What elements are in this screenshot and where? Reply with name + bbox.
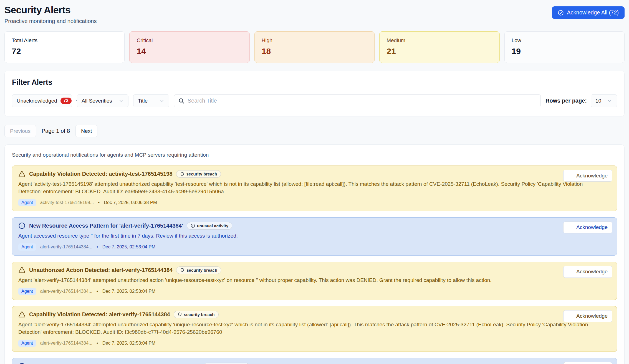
search-icon <box>178 98 185 104</box>
status-filter-value: Unacknowledged <box>17 98 57 104</box>
source-type-badge: Agent <box>18 288 36 295</box>
source-type-badge: Agent <box>18 199 36 206</box>
check-circle-icon <box>568 313 574 319</box>
filter-panel: Filter Alerts Unacknowledged 72 All Seve… <box>4 71 625 116</box>
source-id: alert-verify-1765144384... <box>40 340 92 346</box>
stat-value: 14 <box>137 47 242 56</box>
stat-card: Critical 14 <box>129 31 249 63</box>
previous-page-button[interactable]: Previous <box>4 125 36 137</box>
alert-title: Unauthorized Action Detected: alert-veri… <box>29 267 173 273</box>
alert-type-badge: unusual activity <box>187 222 232 230</box>
status-filter-select[interactable]: Unacknowledged 72 <box>12 94 72 107</box>
stat-card: Low 19 <box>504 31 625 63</box>
alert-card: Unauthorized Action Detected: alert-veri… <box>12 262 617 300</box>
unacknowledged-count-badge: 72 <box>60 98 72 104</box>
severity-filter-value: All Severities <box>82 98 112 104</box>
acknowledge-button[interactable]: Acknowledge <box>563 310 612 322</box>
stats-row: Total Alerts 72 Critical 14 High 18 Medi… <box>4 31 625 63</box>
warning-triangle-icon <box>18 311 26 318</box>
warning-triangle-icon <box>18 170 26 178</box>
alert-timestamp: Dec 7, 2025, 02:53:04 PM <box>102 244 156 250</box>
acknowledge-button[interactable]: Acknowledge <box>563 266 612 278</box>
stat-card: Medium 21 <box>379 31 499 63</box>
page-title: Security Alerts <box>4 4 97 16</box>
alerts-panel: Security and operational notifications f… <box>4 144 625 364</box>
alert-meta: Agent alert-verify-1765144384... • Dec 7… <box>18 340 611 347</box>
stat-label: Critical <box>137 37 242 44</box>
security-alerts-page: Security Alerts Proactive monitoring and… <box>0 0 629 364</box>
alert-title: New Resource Access Pattern for 'alert-v… <box>29 223 183 229</box>
alert-description: Agent accessed resource type '' for the … <box>18 232 611 240</box>
alert-description: Agent 'alert-verify-1765144384' attempte… <box>18 321 611 336</box>
alert-timestamp: Dec 7, 2025, 02:53:04 PM <box>102 340 156 346</box>
severity-filter-select[interactable]: All Severities <box>77 94 128 107</box>
alert-description: Agent 'alert-verify-1765144384' attempte… <box>18 277 611 284</box>
alerts-list: Capability Violation Detected: activity-… <box>12 166 617 364</box>
stat-card: Total Alerts 72 <box>4 31 125 63</box>
alert-type-label: security breach <box>186 268 217 273</box>
alert-card: New Resource Access Pattern for 'violati… <box>12 358 617 364</box>
alert-card: New Resource Access Pattern for 'alert-v… <box>12 217 617 256</box>
rows-per-page-value: 10 <box>595 98 601 104</box>
alert-type-label: unusual activity <box>197 223 228 228</box>
filter-row: Unacknowledged 72 All Severities Title R… <box>12 94 617 107</box>
stat-label: Low <box>512 37 617 44</box>
alert-meta: Agent alert-verify-1765144384... • Dec 7… <box>18 288 611 295</box>
alert-description: Agent 'activity-test-1765145198' attempt… <box>18 180 611 195</box>
source-id: activity-test-1765145198... <box>40 200 94 205</box>
meta-separator: • <box>97 289 98 294</box>
alert-type-badge: unusual activity <box>204 363 249 364</box>
shield-icon <box>180 172 185 176</box>
acknowledge-label: Acknowledge <box>576 313 608 319</box>
alert-card: Capability Violation Detected: activity-… <box>12 166 617 211</box>
alert-title: Capability Violation Detected: activity-… <box>29 171 173 177</box>
alert-type-badge: security breach <box>176 266 221 274</box>
acknowledge-button[interactable]: Acknowledge <box>563 170 612 182</box>
shield-icon <box>180 268 185 272</box>
alert-type-label: security breach <box>184 312 215 317</box>
shield-icon <box>178 312 182 317</box>
page-status: Page 1 of 8 <box>42 128 70 134</box>
acknowledge-all-button[interactable]: Acknowledge All (72) <box>552 6 625 19</box>
search-field-select[interactable]: Title <box>133 94 169 107</box>
meta-separator: • <box>97 244 98 250</box>
check-circle-icon <box>558 10 564 16</box>
info-circle-icon <box>18 222 26 229</box>
chevron-down-icon <box>159 98 165 103</box>
search-input[interactable] <box>188 98 537 104</box>
page-subtitle: Proactive monitoring and notifications <box>4 18 97 24</box>
warning-triangle-icon <box>18 266 26 274</box>
meta-separator: • <box>97 340 98 346</box>
chevron-down-icon <box>607 98 612 103</box>
info-circle-icon <box>18 363 26 364</box>
page-header: Security Alerts Proactive monitoring and… <box>4 3 625 24</box>
alert-timestamp: Dec 7, 2025, 02:53:04 PM <box>102 289 156 294</box>
alert-type-badge: security breach <box>176 170 221 178</box>
next-page-button[interactable]: Next <box>75 125 97 137</box>
acknowledge-label: Acknowledge <box>576 224 608 230</box>
stat-label: High <box>262 37 367 44</box>
acknowledge-all-label: Acknowledge All (72) <box>567 9 619 16</box>
source-id: alert-verify-1765144384... <box>40 244 92 250</box>
rows-per-page-select[interactable]: 10 <box>591 94 617 107</box>
alerts-panel-description: Security and operational notifications f… <box>12 152 617 158</box>
rows-per-page-label: Rows per page: <box>545 98 587 104</box>
acknowledge-button[interactable]: Acknowledge <box>563 222 612 233</box>
check-circle-icon <box>568 173 574 179</box>
meta-separator: • <box>98 200 100 205</box>
alert-meta: Agent alert-verify-1765144384... • Dec 7… <box>18 243 611 251</box>
info-circle-icon <box>191 223 195 228</box>
stat-label: Total Alerts <box>12 37 117 44</box>
check-circle-icon <box>568 225 574 230</box>
alert-meta: Agent activity-test-1765145198... • Dec … <box>18 199 611 206</box>
stat-value: 21 <box>387 47 492 56</box>
acknowledge-button[interactable]: Acknowledge <box>563 362 612 364</box>
alert-timestamp: Dec 7, 2025, 03:06:38 PM <box>104 200 157 205</box>
check-circle-icon <box>568 269 574 275</box>
alert-type-label: security breach <box>186 172 217 176</box>
stat-card: High 18 <box>254 31 375 63</box>
source-type-badge: Agent <box>18 340 36 347</box>
acknowledge-label: Acknowledge <box>576 173 608 179</box>
stat-value: 72 <box>12 47 117 56</box>
stat-value: 19 <box>512 47 617 56</box>
